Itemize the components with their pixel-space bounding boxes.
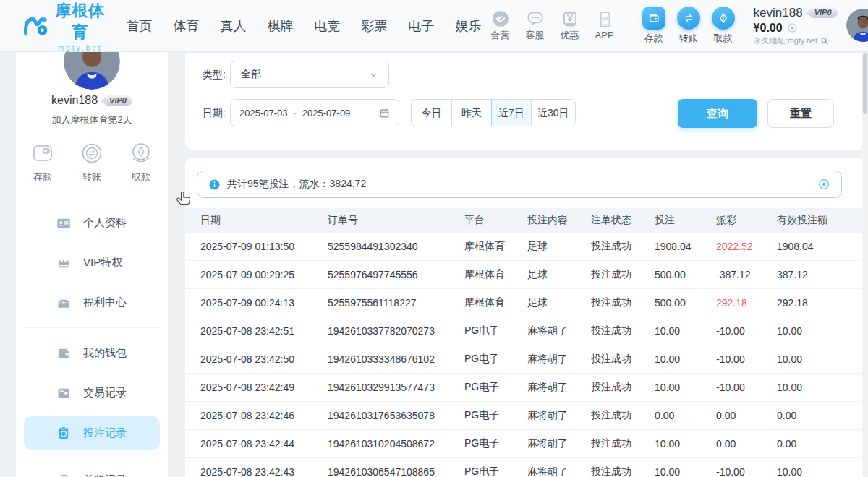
exchange-icon bbox=[677, 7, 700, 30]
sidebar-item-bet-records[interactable]: 投注记录 bbox=[24, 416, 160, 450]
sidebar: kevin188 VIP0 加入摩根体育第2天 存款 转账 bbox=[16, 52, 168, 477]
user-info[interactable]: kevin188 VIP0 ¥0.00 永久地址:mgty.bet bbox=[754, 6, 838, 46]
deposit-button[interactable]: 存款 bbox=[637, 7, 671, 45]
divider bbox=[26, 455, 158, 455]
scrollbar-thumb[interactable] bbox=[863, 53, 867, 114]
range-today-button[interactable]: 今日 bbox=[412, 100, 451, 126]
circle-diamond-icon bbox=[817, 178, 830, 191]
bet-records-panel: 共计95笔投注，流水：3824.72 日期 订单号 平台 投注内容 注单状态 投… bbox=[185, 158, 868, 477]
date-separator: - bbox=[294, 108, 297, 119]
chat-bubble-icon bbox=[526, 9, 545, 28]
withdraw-button[interactable]: 取款 bbox=[706, 7, 741, 45]
nav-home[interactable]: 首页 bbox=[127, 17, 153, 35]
table-header-row: 日期 订单号 平台 投注内容 注单状态 投注 派彩 有效投注额 bbox=[185, 208, 868, 233]
promo-button[interactable]: 优惠 bbox=[554, 9, 586, 42]
summary-bar: 共计95笔投注，流水：3824.72 bbox=[197, 171, 842, 198]
nav-esports[interactable]: 电竞 bbox=[315, 17, 341, 35]
page-scrollbar bbox=[862, 52, 868, 477]
table-row: 2025-07-09 00:29:25 5255976497745556 摩根体… bbox=[185, 261, 868, 289]
yuan-ticket-icon bbox=[561, 9, 579, 28]
table-row: 2025-07-09 00:24:13 5255975561118227 摩根体… bbox=[185, 289, 868, 317]
date-range-picker[interactable]: 2025-07-03 - 2025-07-09 bbox=[230, 99, 399, 126]
divider bbox=[16, 197, 168, 197]
logo-icon bbox=[23, 11, 49, 41]
bet-records-table: 日期 订单号 平台 投注内容 注单状态 投注 派彩 有效投注额 2025-07-… bbox=[185, 208, 868, 477]
sidebar-transfer-button[interactable]: 转账 bbox=[78, 139, 106, 184]
chevron-down-icon bbox=[369, 70, 378, 80]
type-select[interactable]: 全部 bbox=[230, 61, 389, 88]
table-row: 2025-07-08 23:42:49 1942610329913577473 … bbox=[185, 374, 868, 402]
info-icon bbox=[208, 179, 221, 191]
profile-vip-badge: VIP0 bbox=[103, 95, 132, 106]
treasure-box-icon bbox=[56, 296, 71, 310]
transfer-button[interactable]: 转账 bbox=[671, 7, 706, 45]
transaction-card-icon bbox=[56, 386, 71, 400]
divider bbox=[26, 327, 158, 328]
nav-sports[interactable]: 体育 bbox=[174, 17, 200, 35]
support-button[interactable]: 客服 bbox=[519, 9, 551, 42]
summary-text: 共计95笔投注，流水：3824.72 bbox=[227, 178, 366, 191]
date-filter-label: 日期: bbox=[203, 107, 226, 120]
balance-amount: ¥0.00 bbox=[754, 21, 783, 35]
brand-name: 摩根体育 bbox=[54, 0, 106, 43]
crown-icon bbox=[56, 256, 71, 270]
nav-entertainment[interactable]: 娱乐 bbox=[456, 17, 482, 35]
username: kevin188 bbox=[754, 6, 803, 20]
sidebar-menu: 个人资料 VIP特权 福利中心 我的钱包 bbox=[16, 203, 168, 477]
sidebar-withdraw-button[interactable]: 取款 bbox=[127, 139, 155, 184]
summary-expand-button[interactable] bbox=[817, 178, 830, 191]
sidebar-item-redeem-records[interactable]: 兑奖记录 bbox=[16, 460, 168, 477]
calendar-icon bbox=[379, 108, 390, 119]
clipboard-refresh-icon bbox=[56, 426, 71, 440]
handshake-icon bbox=[491, 9, 510, 28]
svg-text:APP: APP bbox=[601, 17, 609, 22]
app-download-button[interactable]: APP APP bbox=[589, 10, 621, 40]
id-card-icon bbox=[56, 216, 71, 231]
filter-panel: 类型: 全部 日期: 2025-07-03 - 2025-07-09 今日 昨天… bbox=[185, 53, 868, 150]
table-row: 2025-07-08 23:42:43 1942610306547108865 … bbox=[185, 458, 868, 477]
date-quick-ranges: 今日 昨天 近7日 近30日 bbox=[411, 99, 576, 126]
table-row: 2025-07-08 23:42:51 1942610337782070273 … bbox=[185, 317, 868, 345]
partner-button[interactable]: 合营 bbox=[485, 9, 516, 42]
type-filter-label: 类型: bbox=[203, 69, 226, 82]
nav-lottery[interactable]: 彩票 bbox=[362, 17, 388, 35]
query-button[interactable]: 查询 bbox=[678, 99, 757, 128]
header-avatar[interactable] bbox=[846, 9, 868, 42]
magnifier-icon[interactable] bbox=[820, 37, 829, 46]
reset-button[interactable]: 重置 bbox=[767, 99, 834, 128]
table-row: 2025-07-08 23:42:50 1942610333348676102 … bbox=[185, 345, 868, 374]
nav-cards[interactable]: 棋牌 bbox=[268, 17, 294, 35]
joined-days-text: 加入摩根体育第2天 bbox=[16, 113, 168, 126]
sidebar-item-vip[interactable]: VIP特权 bbox=[16, 243, 168, 283]
wallet-icon bbox=[642, 7, 665, 30]
top-header: 摩根体育 mgty.bet 首页 体育 真人 棋牌 电竞 彩票 电子 娱乐 合营… bbox=[0, 0, 868, 52]
wallet-icon bbox=[56, 346, 71, 361]
range-7days-button[interactable]: 近7日 bbox=[491, 100, 531, 126]
type-select-value: 全部 bbox=[241, 68, 261, 81]
range-yesterday-button[interactable]: 昨天 bbox=[451, 100, 491, 126]
nav-slots[interactable]: 电子 bbox=[409, 17, 435, 35]
deposit-outline-icon bbox=[29, 139, 56, 167]
nav-live[interactable]: 真人 bbox=[221, 17, 247, 35]
sidebar-item-profile[interactable]: 个人资料 bbox=[16, 203, 168, 243]
balance-expand-icon[interactable] bbox=[787, 22, 798, 33]
sidebar-deposit-button[interactable]: 存款 bbox=[29, 139, 56, 184]
mobile-app-icon: APP bbox=[595, 10, 614, 29]
table-row: 2025-07-08 23:42:46 1942610317653635078 … bbox=[185, 402, 868, 430]
profile-username: kevin188 bbox=[51, 94, 98, 107]
brand-logo[interactable]: 摩根体育 mgty.bet bbox=[23, 0, 106, 52]
brand-domain: mgty.bet bbox=[54, 44, 106, 52]
sidebar-item-welfare[interactable]: 福利中心 bbox=[16, 283, 168, 322]
main-nav: 首页 体育 真人 棋牌 电竞 彩票 电子 娱乐 bbox=[127, 17, 482, 35]
sidebar-item-transactions[interactable]: 交易记录 bbox=[16, 373, 168, 413]
range-30days-button[interactable]: 近30日 bbox=[531, 100, 575, 126]
vip-badge: VIP0 bbox=[809, 7, 838, 18]
date-from: 2025-07-03 bbox=[239, 108, 288, 119]
table-row: 2025-07-09 01:13:50 5255984491302340 摩根体… bbox=[185, 233, 868, 261]
permanent-address: 永久地址:mgty.bet bbox=[754, 36, 817, 46]
date-to: 2025-07-09 bbox=[302, 108, 351, 119]
table-row: 2025-07-08 23:42:44 1942610310204508672 … bbox=[185, 430, 868, 458]
transfer-outline-icon bbox=[78, 139, 106, 167]
sidebar-item-wallet[interactable]: 我的钱包 bbox=[16, 333, 168, 373]
avatar-photo-icon bbox=[846, 9, 868, 42]
